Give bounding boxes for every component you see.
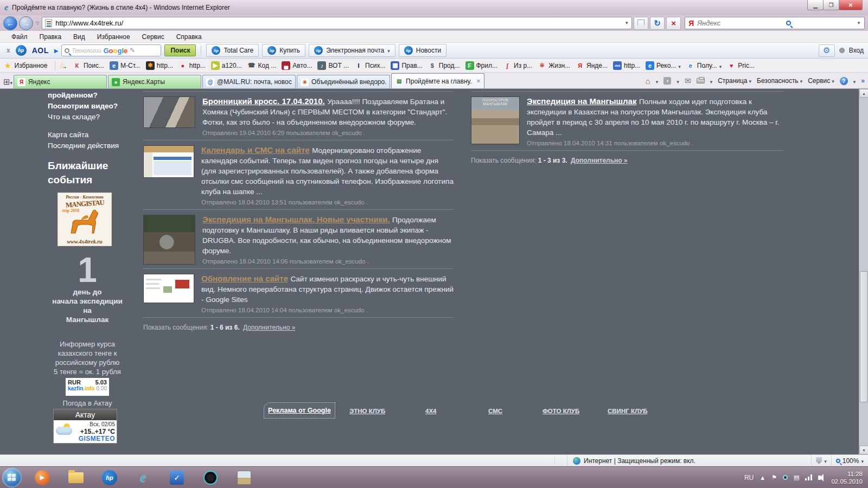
favorite-item[interactable]: e Реко... [643, 60, 684, 72]
home-icon[interactable]: ⌂ [646, 76, 650, 86]
read-mail-icon[interactable]: ✉ [685, 76, 691, 85]
safety-menu-button[interactable]: Безопасность [757, 77, 802, 85]
favorite-item[interactable]: ▦ Прав... [388, 60, 425, 71]
search-icon[interactable] [786, 21, 791, 25]
menu-item[interactable]: Избранное [91, 31, 136, 42]
google-ads-box[interactable]: Реклама от Google [264, 402, 335, 419]
forward-button[interactable]: → [19, 16, 33, 30]
post-thumbnail[interactable] [143, 274, 194, 303]
vertical-scrollbar[interactable]: ▲ ▼ [859, 89, 868, 454]
show-hidden-icons[interactable]: ▲ [760, 474, 765, 481]
history-dropdown-icon[interactable]: ▽ [36, 21, 39, 25]
browser-tab[interactable]: ● Яндекс.Карты [108, 75, 201, 88]
toolbar-search-input[interactable]: Технологии Google ✎ [61, 44, 161, 56]
currency-widget[interactable]: RUR 5.03 kazfin.info 0.00 [66, 378, 109, 396]
footer-link[interactable]: СМС [488, 408, 502, 414]
browser-tab[interactable]: ✳ Объединённый внедоро... [297, 75, 390, 88]
toolbar-close-icon[interactable]: x [4, 47, 12, 54]
search-dropdown-icon[interactable]: ▼ [857, 21, 861, 25]
favorite-item[interactable]: ♥ Pric... [724, 60, 757, 71]
print-dropdown-icon[interactable] [710, 76, 713, 86]
highlighter-icon[interactable]: ✎ [130, 47, 135, 54]
title-bar[interactable]: e Пройдёмте на главную? (Жизнь в стиле 4… [0, 0, 868, 15]
favorite-item[interactable]: ● http... [176, 60, 208, 71]
scroll-down-icon[interactable]: ▼ [859, 446, 868, 454]
menu-item[interactable]: Правка [34, 31, 68, 42]
post-title-link[interactable]: Экспедиция на Мангышлак. Новые участники… [202, 215, 390, 224]
tools-menu-button[interactable]: Сервис [808, 77, 834, 85]
rss-dropdown-icon[interactable] [676, 76, 679, 86]
action-center-flag-icon[interactable]: ⚑ [771, 474, 777, 481]
print-icon[interactable] [697, 78, 705, 84]
close-button[interactable]: ✕ [839, 0, 863, 10]
favorite-item[interactable]: dsk http... [610, 60, 643, 71]
toolbar-overflow-icon[interactable]: » [861, 77, 865, 85]
footer-link[interactable]: 4X4 [425, 408, 436, 414]
taskbar-map-app-icon[interactable] [235, 469, 253, 486]
taskbar-app-icon[interactable]: ✓ [168, 469, 186, 486]
post-thumbnail[interactable]: ПОЛУОСТРОВ МАНГЫШЛАК [471, 97, 520, 144]
favorite-item[interactable]: ※ Жизн... [535, 60, 573, 71]
favorite-item[interactable]: I Псих... [352, 60, 388, 71]
post-thumbnail[interactable] [143, 145, 194, 178]
menu-item[interactable]: Вид [67, 31, 91, 42]
sidebar-link[interactable]: пройденном? [48, 90, 127, 101]
url-dropdown-icon[interactable]: ▼ [624, 21, 629, 25]
footer-link[interactable]: ЭТНО КЛУБ [349, 408, 385, 414]
url-field[interactable]: http://www.4x4trek.ru/ ▼ [42, 17, 632, 29]
favorite-item[interactable]: ▶ a120... [208, 60, 245, 71]
favorite-item[interactable]: ▄ Авто... [279, 60, 315, 71]
favorite-item[interactable]: ♪ ВОТ ... [315, 60, 352, 71]
app-tray-icon[interactable] [783, 475, 788, 480]
browser-tab[interactable]: ▤ Пройдёмте на главну... ✕ [391, 73, 484, 88]
network-signal-icon[interactable] [805, 474, 812, 480]
home-dropdown-icon[interactable] [656, 76, 659, 86]
taskbar-messenger-icon[interactable] [202, 469, 219, 486]
favorite-item[interactable]: К Поис... [70, 60, 107, 71]
volume-icon[interactable] [818, 476, 821, 480]
menu-item[interactable]: Сервис [136, 31, 170, 42]
toolbar-button[interactable]: hp Купить [262, 44, 305, 57]
back-button[interactable]: ← [3, 16, 17, 30]
menu-item[interactable]: Файл [5, 31, 34, 42]
favorite-item[interactable]: Я Янде... [573, 60, 610, 71]
compatibility-view-button[interactable] [634, 17, 648, 30]
toolbar-button[interactable]: hp Total Care [206, 44, 259, 57]
expedition-logo[interactable]: Россия - Казахстан MANGISTAU trip 2010 w… [58, 192, 112, 246]
taskbar-explorer-icon[interactable] [67, 469, 85, 486]
aol-logo[interactable]: AOL [32, 46, 49, 55]
scroll-up-icon[interactable]: ▲ [859, 89, 868, 98]
footer-link[interactable]: СВИНГ КЛУБ [608, 408, 647, 414]
post-thumbnail[interactable] [143, 215, 195, 265]
favorite-item[interactable]: ∫ Из р... [500, 60, 535, 71]
sidebar-link[interactable]: Что на складе? [48, 112, 127, 123]
favorite-item[interactable]: e М-Ст... [107, 60, 143, 71]
quick-tabs-button[interactable]: ⊞ [3, 77, 12, 87]
add-favorite-icon[interactable]: ☆ [59, 61, 66, 70]
favorite-item[interactable]: ☎ Код ... [245, 60, 279, 71]
tab-list-dropdown-icon[interactable] [10, 77, 13, 87]
favorite-item[interactable]: e Полу... [684, 60, 724, 72]
scrollbar-thumb[interactable] [860, 271, 868, 402]
compatibility-shield-cell[interactable] [811, 455, 831, 466]
login-link[interactable]: Вход [849, 47, 864, 54]
toolbar-settings-button[interactable]: ⚙ [819, 44, 835, 57]
google-ads-link[interactable]: Реклама от Google [268, 407, 331, 414]
refresh-button[interactable]: ↻ [650, 17, 665, 30]
taskbar-hp-icon[interactable]: hp [101, 469, 118, 486]
taskbar-clock[interactable]: 11:28 02.05.2010 [831, 470, 863, 485]
tab-close-icon[interactable]: ✕ [475, 78, 481, 84]
sidebar-link[interactable]: Последние действия [48, 140, 127, 151]
menu-item[interactable]: Справка [170, 31, 208, 42]
post-title-link[interactable]: Экспедиция на Мангышлак [527, 97, 636, 106]
sidebar-link[interactable]: Карта сайта [48, 130, 127, 140]
show-more-link[interactable]: Дополнительно » [571, 157, 628, 164]
favorite-item[interactable]: $ Прод... [425, 60, 463, 71]
language-indicator[interactable]: RU [744, 474, 754, 481]
rss-icon[interactable]: ◗ [663, 77, 671, 85]
page-menu-button[interactable]: Страница [718, 77, 751, 85]
sidebar-link[interactable]: Посмотрим видео? [48, 101, 127, 112]
hp-logo-icon[interactable]: hp [16, 45, 27, 56]
post-title-link[interactable]: Обновление на сайте [201, 274, 288, 283]
clipboard-tray-icon[interactable]: ▤ [794, 474, 799, 481]
